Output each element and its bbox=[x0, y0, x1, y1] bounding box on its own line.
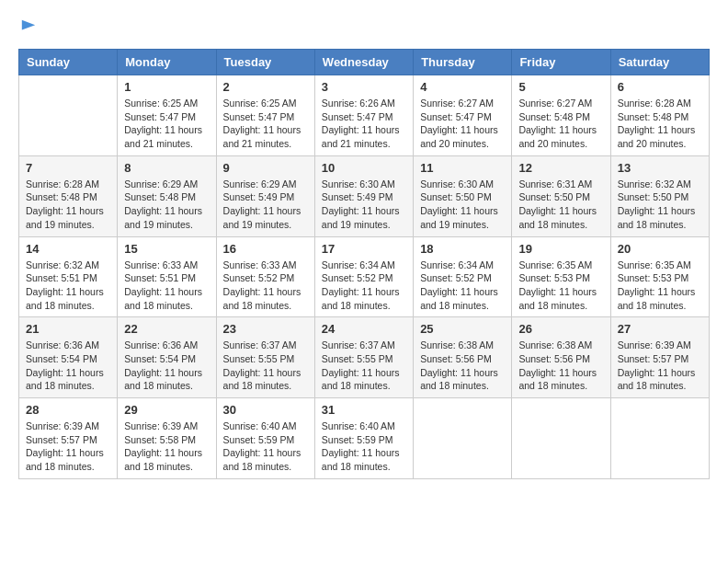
weekday-header-sunday: Sunday bbox=[19, 50, 118, 75]
day-number: 24 bbox=[322, 322, 406, 336]
day-info: Sunrise: 6:39 AMSunset: 5:57 PMDaylight:… bbox=[26, 419, 110, 474]
day-number: 9 bbox=[223, 161, 308, 175]
calendar-cell: 5Sunrise: 6:27 AMSunset: 5:48 PMDaylight… bbox=[512, 75, 610, 156]
calendar-week-2: 7Sunrise: 6:28 AMSunset: 5:48 PMDaylight… bbox=[19, 155, 710, 236]
day-info: Sunrise: 6:34 AMSunset: 5:52 PMDaylight:… bbox=[420, 259, 505, 313]
day-info: Sunrise: 6:38 AMSunset: 5:56 PMDaylight:… bbox=[420, 339, 505, 393]
calendar-week-1: 1Sunrise: 6:25 AMSunset: 5:47 PMDaylight… bbox=[19, 75, 710, 156]
day-info: Sunrise: 6:39 AMSunset: 5:58 PMDaylight:… bbox=[124, 419, 209, 474]
day-number: 20 bbox=[618, 242, 702, 256]
calendar-cell: 7Sunrise: 6:28 AMSunset: 5:48 PMDaylight… bbox=[19, 155, 118, 236]
calendar-cell: 16Sunrise: 6:33 AMSunset: 5:52 PMDayligh… bbox=[216, 236, 314, 317]
calendar-cell: 1Sunrise: 6:25 AMSunset: 5:47 PMDaylight… bbox=[118, 75, 216, 156]
day-info: Sunrise: 6:25 AMSunset: 5:47 PMDaylight:… bbox=[124, 97, 209, 151]
day-number: 19 bbox=[518, 242, 603, 256]
calendar-header-row: SundayMondayTuesdayWednesdayThursdayFrid… bbox=[19, 50, 710, 75]
day-info: Sunrise: 6:29 AMSunset: 5:48 PMDaylight:… bbox=[124, 178, 209, 232]
page-header bbox=[18, 18, 710, 40]
calendar-cell: 23Sunrise: 6:37 AMSunset: 5:55 PMDayligh… bbox=[216, 317, 314, 398]
svg-marker-0 bbox=[22, 20, 35, 30]
logo bbox=[18, 18, 37, 40]
day-info: Sunrise: 6:25 AMSunset: 5:47 PMDaylight:… bbox=[223, 97, 308, 151]
day-number: 27 bbox=[618, 322, 702, 336]
calendar-week-5: 28Sunrise: 6:39 AMSunset: 5:57 PMDayligh… bbox=[19, 398, 710, 479]
day-number: 2 bbox=[223, 80, 308, 94]
day-info: Sunrise: 6:29 AMSunset: 5:49 PMDaylight:… bbox=[223, 178, 308, 232]
day-number: 1 bbox=[124, 80, 209, 94]
calendar-cell: 30Sunrise: 6:40 AMSunset: 5:59 PMDayligh… bbox=[216, 398, 314, 479]
day-number: 17 bbox=[322, 242, 406, 256]
calendar-cell: 2Sunrise: 6:25 AMSunset: 5:47 PMDaylight… bbox=[216, 75, 314, 156]
logo-text bbox=[18, 18, 37, 40]
day-number: 14 bbox=[26, 242, 110, 256]
day-number: 23 bbox=[223, 322, 308, 336]
calendar-cell: 13Sunrise: 6:32 AMSunset: 5:50 PMDayligh… bbox=[610, 155, 709, 236]
calendar-cell bbox=[610, 398, 709, 479]
calendar-cell: 6Sunrise: 6:28 AMSunset: 5:48 PMDaylight… bbox=[610, 75, 709, 156]
day-number: 18 bbox=[420, 242, 505, 256]
day-number: 22 bbox=[124, 322, 209, 336]
calendar-cell: 18Sunrise: 6:34 AMSunset: 5:52 PMDayligh… bbox=[414, 236, 512, 317]
calendar-cell: 4Sunrise: 6:27 AMSunset: 5:47 PMDaylight… bbox=[414, 75, 512, 156]
day-number: 30 bbox=[223, 403, 308, 417]
day-number: 29 bbox=[124, 403, 209, 417]
day-info: Sunrise: 6:40 AMSunset: 5:59 PMDaylight:… bbox=[322, 419, 406, 474]
day-info: Sunrise: 6:32 AMSunset: 5:51 PMDaylight:… bbox=[26, 259, 110, 313]
calendar-cell: 19Sunrise: 6:35 AMSunset: 5:53 PMDayligh… bbox=[512, 236, 610, 317]
calendar-cell: 29Sunrise: 6:39 AMSunset: 5:58 PMDayligh… bbox=[118, 398, 216, 479]
calendar-cell: 25Sunrise: 6:38 AMSunset: 5:56 PMDayligh… bbox=[414, 317, 512, 398]
day-info: Sunrise: 6:37 AMSunset: 5:55 PMDaylight:… bbox=[322, 339, 406, 393]
day-info: Sunrise: 6:39 AMSunset: 5:57 PMDaylight:… bbox=[618, 339, 702, 393]
weekday-header-thursday: Thursday bbox=[414, 50, 512, 75]
calendar-cell: 21Sunrise: 6:36 AMSunset: 5:54 PMDayligh… bbox=[19, 317, 118, 398]
calendar-week-4: 21Sunrise: 6:36 AMSunset: 5:54 PMDayligh… bbox=[19, 317, 710, 398]
day-info: Sunrise: 6:35 AMSunset: 5:53 PMDaylight:… bbox=[518, 259, 603, 313]
day-number: 3 bbox=[322, 80, 406, 94]
day-number: 7 bbox=[26, 161, 110, 175]
calendar-cell: 10Sunrise: 6:30 AMSunset: 5:49 PMDayligh… bbox=[314, 155, 413, 236]
day-info: Sunrise: 6:26 AMSunset: 5:47 PMDaylight:… bbox=[322, 97, 406, 151]
calendar-cell bbox=[414, 398, 512, 479]
day-number: 26 bbox=[518, 322, 603, 336]
day-info: Sunrise: 6:37 AMSunset: 5:55 PMDaylight:… bbox=[223, 339, 308, 393]
day-info: Sunrise: 6:27 AMSunset: 5:48 PMDaylight:… bbox=[518, 97, 603, 151]
day-info: Sunrise: 6:30 AMSunset: 5:49 PMDaylight:… bbox=[322, 178, 406, 232]
calendar-body: 1Sunrise: 6:25 AMSunset: 5:47 PMDaylight… bbox=[19, 75, 710, 479]
day-number: 4 bbox=[420, 80, 505, 94]
calendar-cell: 31Sunrise: 6:40 AMSunset: 5:59 PMDayligh… bbox=[314, 398, 413, 479]
calendar-cell: 20Sunrise: 6:35 AMSunset: 5:53 PMDayligh… bbox=[610, 236, 709, 317]
weekday-header-friday: Friday bbox=[512, 50, 610, 75]
day-number: 21 bbox=[26, 322, 110, 336]
day-info: Sunrise: 6:40 AMSunset: 5:59 PMDaylight:… bbox=[223, 419, 308, 474]
weekday-header-saturday: Saturday bbox=[610, 50, 709, 75]
calendar-cell: 8Sunrise: 6:29 AMSunset: 5:48 PMDaylight… bbox=[118, 155, 216, 236]
calendar-cell: 28Sunrise: 6:39 AMSunset: 5:57 PMDayligh… bbox=[19, 398, 118, 479]
day-info: Sunrise: 6:36 AMSunset: 5:54 PMDaylight:… bbox=[26, 339, 110, 393]
day-number: 16 bbox=[223, 242, 308, 256]
day-info: Sunrise: 6:33 AMSunset: 5:51 PMDaylight:… bbox=[124, 259, 209, 313]
day-number: 10 bbox=[322, 161, 406, 175]
calendar-cell: 12Sunrise: 6:31 AMSunset: 5:50 PMDayligh… bbox=[512, 155, 610, 236]
calendar-cell: 24Sunrise: 6:37 AMSunset: 5:55 PMDayligh… bbox=[314, 317, 413, 398]
calendar-cell: 22Sunrise: 6:36 AMSunset: 5:54 PMDayligh… bbox=[118, 317, 216, 398]
day-info: Sunrise: 6:36 AMSunset: 5:54 PMDaylight:… bbox=[124, 339, 209, 393]
day-info: Sunrise: 6:34 AMSunset: 5:52 PMDaylight:… bbox=[322, 259, 406, 313]
calendar-cell bbox=[512, 398, 610, 479]
day-info: Sunrise: 6:33 AMSunset: 5:52 PMDaylight:… bbox=[223, 259, 308, 313]
day-number: 15 bbox=[124, 242, 209, 256]
calendar-cell: 27Sunrise: 6:39 AMSunset: 5:57 PMDayligh… bbox=[610, 317, 709, 398]
day-info: Sunrise: 6:30 AMSunset: 5:50 PMDaylight:… bbox=[420, 178, 505, 232]
day-number: 5 bbox=[518, 80, 603, 94]
day-info: Sunrise: 6:27 AMSunset: 5:47 PMDaylight:… bbox=[420, 97, 505, 151]
day-number: 11 bbox=[420, 161, 505, 175]
day-number: 28 bbox=[26, 403, 110, 417]
day-info: Sunrise: 6:32 AMSunset: 5:50 PMDaylight:… bbox=[618, 178, 702, 232]
calendar-table: SundayMondayTuesdayWednesdayThursdayFrid… bbox=[18, 49, 710, 479]
day-info: Sunrise: 6:35 AMSunset: 5:53 PMDaylight:… bbox=[618, 259, 702, 313]
weekday-header-tuesday: Tuesday bbox=[216, 50, 314, 75]
calendar-week-3: 14Sunrise: 6:32 AMSunset: 5:51 PMDayligh… bbox=[19, 236, 710, 317]
day-number: 25 bbox=[420, 322, 505, 336]
calendar-cell: 17Sunrise: 6:34 AMSunset: 5:52 PMDayligh… bbox=[314, 236, 413, 317]
calendar-cell: 3Sunrise: 6:26 AMSunset: 5:47 PMDaylight… bbox=[314, 75, 413, 156]
calendar-cell: 15Sunrise: 6:33 AMSunset: 5:51 PMDayligh… bbox=[118, 236, 216, 317]
